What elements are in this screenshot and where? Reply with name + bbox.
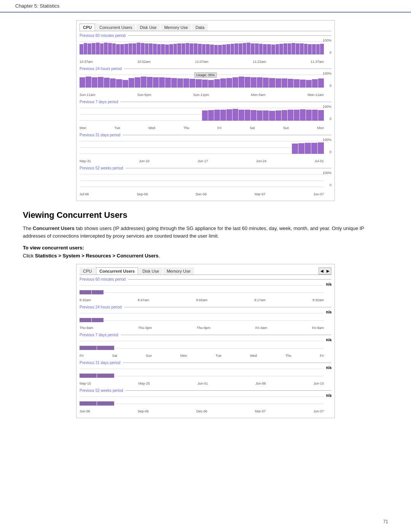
bar xyxy=(304,44,308,54)
bar xyxy=(312,44,316,54)
bar xyxy=(294,79,299,88)
page-header: Chapter 5: Statistics xyxy=(0,0,411,13)
bar xyxy=(288,110,293,121)
bar xyxy=(263,78,269,88)
cu-chart-52w: n/a xyxy=(80,393,331,409)
cu-bars-52w xyxy=(80,395,324,406)
bar xyxy=(245,110,250,121)
bar xyxy=(218,45,222,54)
bar xyxy=(196,79,201,88)
bar xyxy=(88,43,91,54)
bar xyxy=(222,45,226,54)
bar xyxy=(141,43,145,54)
bar xyxy=(135,77,140,88)
tab-next-arrow[interactable]: ▶ xyxy=(325,268,331,274)
scale-top-31d: 100% xyxy=(323,138,331,142)
bar xyxy=(110,78,116,88)
bar xyxy=(247,43,250,54)
bar xyxy=(116,79,122,88)
bar xyxy=(298,143,304,154)
scale-bot-60min: 0 xyxy=(330,51,331,54)
bar xyxy=(296,43,299,54)
bar xyxy=(292,43,295,54)
bar xyxy=(320,44,324,54)
bar xyxy=(92,43,96,54)
bar xyxy=(288,43,292,54)
bar xyxy=(84,43,88,54)
bar xyxy=(318,142,324,154)
bar xyxy=(269,78,275,88)
tab2-disk-use[interactable]: Disk Use xyxy=(139,267,162,275)
bar xyxy=(120,44,124,54)
bar xyxy=(269,111,275,121)
tab-memory-use[interactable]: Memory Use xyxy=(161,24,191,31)
cu-period-24h-label: Previous 24 hours period xyxy=(80,305,331,309)
bar xyxy=(318,110,324,121)
scale-bot-31d: 0 xyxy=(330,150,331,154)
bar xyxy=(80,401,97,406)
cu-x-labels-24h: Thu-9am Thu-3pm Thu-9pm Fri-3am Fri-9am xyxy=(80,326,331,330)
bar xyxy=(96,43,100,54)
tab2-memory-use[interactable]: Memory Use xyxy=(163,267,194,275)
tab-cpu[interactable]: CPU xyxy=(80,24,95,31)
bar xyxy=(239,77,244,88)
bar xyxy=(210,45,214,54)
bar xyxy=(80,290,91,294)
cu-chart-60min: n/a xyxy=(80,282,331,297)
tab2-cpu[interactable]: CPU xyxy=(80,267,95,275)
bar xyxy=(233,109,238,121)
tab-nav-arrows: ◀ ▶ xyxy=(319,267,331,275)
x-labels-24h: Sun-11am Sun-5pm Sun-11pm Mon-5am Mon-11… xyxy=(80,93,331,97)
x-labels-52w: Jul-06 Sep-06 Dec-06 Mar-07 Jun-07 xyxy=(80,192,331,196)
bar xyxy=(276,78,281,88)
tab-concurrent-users[interactable]: Concurrent Users xyxy=(96,24,135,31)
cpu-diagram: CPU Concurrent Users Disk Use Memory Use… xyxy=(76,20,335,201)
na-7d: n/a xyxy=(326,338,331,342)
bar xyxy=(186,43,190,54)
bar xyxy=(276,110,281,121)
bar xyxy=(97,401,114,406)
diagram2-tabs: CPU Concurrent Users Disk Use Memory Use… xyxy=(80,267,331,275)
bar xyxy=(177,43,181,54)
concurrent-users-diagram: CPU Concurrent Users Disk Use Memory Use… xyxy=(76,264,335,418)
bar xyxy=(208,110,214,121)
bar xyxy=(171,78,177,88)
bar xyxy=(202,110,208,121)
bar xyxy=(282,110,287,121)
tab2-concurrent-users[interactable]: Concurrent Users xyxy=(96,267,138,275)
bar xyxy=(300,80,306,88)
period-31d-label: Previous 31 days period xyxy=(80,133,331,137)
bar xyxy=(231,44,234,54)
bar xyxy=(137,43,140,54)
bar xyxy=(202,80,208,88)
period-52w-label: Previous 52 weeks period xyxy=(80,166,331,170)
chart-31d: 100% 0 xyxy=(80,138,331,158)
scale-top-60min: 100% xyxy=(323,38,331,42)
bars-60min xyxy=(80,42,324,54)
scale-top-52w: 100% xyxy=(323,171,331,175)
bar xyxy=(267,44,271,54)
x-labels-31d: May-31 Jun-10 Jun-17 Jun-24 Jul-01 xyxy=(80,159,331,163)
bar xyxy=(92,77,97,88)
bar xyxy=(263,44,267,54)
period-24h-label: Previous 24 hours period xyxy=(80,67,331,71)
bar xyxy=(129,78,134,88)
bar xyxy=(80,346,97,350)
bar xyxy=(226,44,230,54)
cu-bars-7d xyxy=(80,339,324,350)
bar xyxy=(282,78,287,88)
cu-period-31d-label: Previous 31 days period xyxy=(80,361,331,365)
tab-prev-arrow[interactable]: ◀ xyxy=(319,268,325,274)
tab-data[interactable]: Data xyxy=(192,24,208,31)
bar xyxy=(153,44,157,54)
bar xyxy=(220,110,226,121)
chart-7d: 100% 0 xyxy=(80,105,331,125)
bar xyxy=(159,77,165,88)
chart-60min: 100% 0 xyxy=(80,38,331,59)
bar xyxy=(112,43,116,54)
bar xyxy=(198,44,202,54)
bar xyxy=(104,43,108,54)
tab-disk-use[interactable]: Disk Use xyxy=(136,24,160,31)
cu-x-labels-7d: Fri Sat Sun Mon Tue Wed Thu Fri xyxy=(80,354,331,358)
scale-top-7d: 100% xyxy=(323,105,331,109)
